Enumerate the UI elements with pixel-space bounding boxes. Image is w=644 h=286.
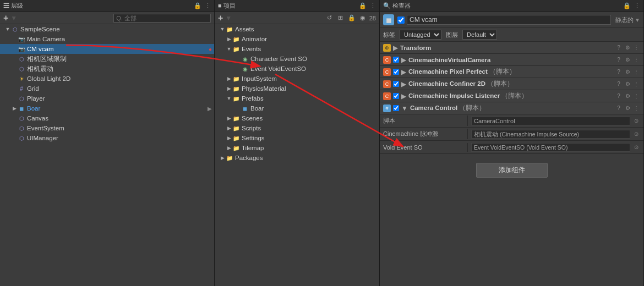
collapse-arrow[interactable]: ▼ <box>4 26 11 32</box>
confiner-question-icon[interactable]: ? <box>615 80 623 88</box>
assets-arrow[interactable]: ▼ <box>219 26 226 32</box>
project-item-inputsystem[interactable]: ▶ 📁 InputSystem <box>215 74 379 84</box>
confiner-arrow[interactable]: ▶ <box>401 80 406 88</box>
component-confiner-header[interactable]: C ▶ Cinemachine Confiner 2D （脚本） ? ⚙ ⋮ <box>380 78 643 90</box>
impulse-menu-icon[interactable]: ⋮ <box>632 92 640 100</box>
project-item-events[interactable]: ▼ 📁 Events <box>215 44 379 54</box>
hierarchy-item-global-light[interactable]: ☀ Global Light 2D <box>0 74 214 84</box>
hierarchy-menu-icon[interactable]: ⋮ <box>205 2 211 9</box>
hierarchy-item-grid[interactable]: # Grid <box>0 84 214 94</box>
pixel-perfect-checkbox[interactable] <box>393 69 399 75</box>
component-pixel-perfect-header[interactable]: C ▶ Cinemachine Pixel Perfect （脚本） ? ⚙ ⋮ <box>380 66 643 78</box>
transform-settings-icon[interactable]: ⚙ <box>624 44 631 52</box>
project-item-animator[interactable]: ▶ 📁 Animator <box>215 34 379 44</box>
camera-control-question-icon[interactable]: ? <box>615 105 623 112</box>
project-item-boar-prefab[interactable]: ◼ Boar <box>215 103 379 113</box>
cinemachine-source-dot-icon[interactable]: ⊙ <box>632 130 640 138</box>
scenes-arrow[interactable]: ▶ <box>226 115 232 122</box>
component-camera-control-header[interactable]: # ▼ Camera Control （脚本） ? ⚙ ⋮ <box>380 102 643 114</box>
cinemachine-vc-checkbox[interactable] <box>393 57 399 63</box>
cinemachine-vc-arrow[interactable]: ▶ <box>401 56 406 64</box>
project-item-assets[interactable]: ▼ 📁 Assets <box>215 24 379 34</box>
cinemachine-vc-menu-icon[interactable]: ⋮ <box>632 56 640 64</box>
hierarchy-lock-icon[interactable]: 🔒 <box>194 2 201 9</box>
animator-arrow[interactable]: ▶ <box>226 36 232 42</box>
project-item-character-event-so[interactable]: ◉ Character Event SO <box>215 54 379 64</box>
hierarchy-item-cm-vcam[interactable]: 📷 CM vcam ● <box>0 44 214 54</box>
camera-control-menu-icon[interactable]: ⋮ <box>632 105 640 112</box>
object-name-input[interactable] <box>407 15 611 25</box>
impulse-arrow[interactable]: ▶ <box>401 92 406 100</box>
cinemachine-source-value[interactable]: 相机震动 (Cinemachine Impulse Source) <box>471 130 630 139</box>
project-item-event-voidevtso[interactable]: ◉ Event VoidEventSO <box>215 64 379 74</box>
hierarchy-add-button[interactable]: + <box>3 14 8 23</box>
hierarchy-item-sample-scene[interactable]: ▼ ⬡ SampleScene <box>0 24 214 34</box>
project-item-prefabs[interactable]: ▼ 📁 Prefabs <box>215 94 379 103</box>
pixel-perfect-question-icon[interactable]: ? <box>615 68 623 76</box>
add-component-button[interactable]: 添加组件 <box>476 163 548 178</box>
boar-collapse-arrow[interactable]: ▶ <box>11 105 18 112</box>
prefabs-arrow[interactable]: ▼ <box>226 95 232 102</box>
hierarchy-item-eventsystem[interactable]: ⬡ EventSystem <box>0 123 214 133</box>
script-field-value[interactable]: CameraControl <box>471 117 630 125</box>
packages-arrow[interactable]: ▶ <box>219 155 226 161</box>
hierarchy-item-canvas[interactable]: ⬡ Canvas <box>0 113 214 123</box>
object-active-checkbox[interactable] <box>397 16 405 24</box>
impulse-checkbox[interactable] <box>393 93 399 99</box>
script-ref-dot-icon[interactable]: ⊙ <box>632 117 640 125</box>
hierarchy-item-boar[interactable]: ▶ ◼ Boar ▶ <box>0 103 214 113</box>
transform-menu-icon[interactable]: ⋮ <box>632 44 640 52</box>
camera-control-arrow[interactable]: ▼ <box>401 105 408 112</box>
project-item-scripts[interactable]: ▶ 📁 Scripts <box>215 123 379 133</box>
hierarchy-search-input[interactable] <box>113 14 211 23</box>
static-arrow[interactable]: ▼ <box>635 17 640 23</box>
physics-arrow[interactable]: ▶ <box>226 85 232 92</box>
transform-arrow[interactable]: ▶ <box>393 44 398 52</box>
component-cinemachine-vc-header[interactable]: C ▶ CinemachineVirtualCamera ? ⚙ ⋮ <box>380 54 643 66</box>
project-item-physicsmaterial[interactable]: ▶ 📁 PhysicsMaterial <box>215 84 379 94</box>
project-item-settings[interactable]: ▶ 📁 Settings <box>215 133 379 143</box>
scripts-arrow[interactable]: ▶ <box>226 125 232 131</box>
events-arrow[interactable]: ▼ <box>226 46 232 52</box>
tag-select[interactable]: Untagged <box>400 30 441 40</box>
hierarchy-item-player[interactable]: ⬡ Player <box>0 94 214 103</box>
inputsystem-arrow[interactable]: ▶ <box>226 75 232 82</box>
confiner-menu-icon[interactable]: ⋮ <box>632 80 640 88</box>
project-menu-icon[interactable]: ⋮ <box>370 2 376 9</box>
layer-select[interactable]: Default <box>462 30 497 40</box>
pixel-perfect-menu-icon[interactable]: ⋮ <box>632 68 640 76</box>
pixel-perfect-settings-icon[interactable]: ⚙ <box>624 68 631 76</box>
hierarchy-item-camera-shake[interactable]: ⬡ 相机震动 <box>0 64 214 74</box>
inspector-lock-icon[interactable]: 🔒 <box>623 2 631 9</box>
void-event-value[interactable]: Event VoidEventSO (Void Event SO) <box>471 143 630 152</box>
pixel-perfect-arrow[interactable]: ▶ <box>401 68 406 76</box>
camera-control-settings-icon[interactable]: ⚙ <box>624 105 631 112</box>
camera-control-checkbox[interactable] <box>393 105 399 111</box>
project-lock-icon[interactable]: 🔒 <box>359 2 367 9</box>
hierarchy-item-main-camera[interactable]: 📷 Main Camera <box>0 34 214 44</box>
project-item-tilemap[interactable]: ▶ 📁 Tilemap <box>215 143 379 153</box>
component-transform-header[interactable]: ⊕ ▶ Transform ? ⚙ ⋮ <box>380 42 643 54</box>
transform-question-icon[interactable]: ? <box>615 44 623 52</box>
confiner-checkbox[interactable] <box>393 81 399 87</box>
project-item-packages[interactable]: ▶ 📁 Packages <box>215 153 379 163</box>
hierarchy-item-uimanager[interactable]: ⬡ UIManager <box>0 133 214 143</box>
project-item-scenes[interactable]: ▶ 📁 Scenes <box>215 113 379 123</box>
project-eye-icon[interactable]: ◉ <box>358 14 367 23</box>
tilemap-arrow[interactable]: ▶ <box>226 145 232 151</box>
settings-arrow[interactable]: ▶ <box>226 135 232 141</box>
impulse-question-icon[interactable]: ? <box>615 92 623 100</box>
project-lock2-icon[interactable]: 🔒 <box>347 14 356 23</box>
void-event-dot-icon[interactable]: ⊙ <box>632 144 640 151</box>
hierarchy-item-camera-region[interactable]: ⬡ 相机区域限制 <box>0 54 214 64</box>
cinemachine-vc-question-icon[interactable]: ? <box>615 56 623 64</box>
impulse-settings-icon[interactable]: ⚙ <box>624 92 631 100</box>
confiner-settings-icon[interactable]: ⚙ <box>624 80 631 88</box>
project-add-button[interactable]: + <box>218 14 223 23</box>
project-columns-icon[interactable]: ⊞ <box>336 14 345 23</box>
project-refresh-icon[interactable]: ↺ <box>325 14 334 23</box>
cinemachine-vc-settings-icon[interactable]: ⚙ <box>624 56 631 64</box>
component-impulse-header[interactable]: C ▶ Cinemachine Impulse Listener （脚本） ? … <box>380 90 643 102</box>
events-folder-icon: 📁 <box>232 45 240 53</box>
inspector-menu-icon[interactable]: ⋮ <box>634 2 640 9</box>
